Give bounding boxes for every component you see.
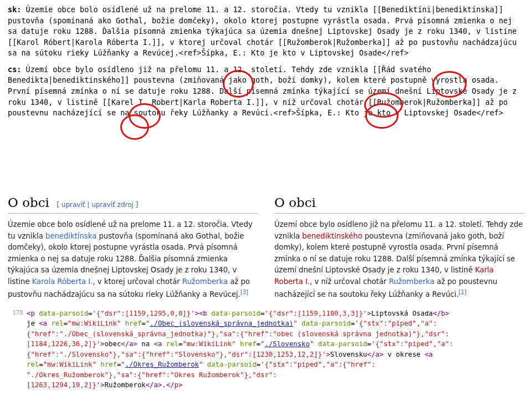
wikilink-ruzomberok[interactable]: Ružomberka (389, 277, 434, 286)
source-line: [1263,1294,19,2]}'>Ružomberok</a>.</p> (27, 380, 524, 390)
source-line: {"href":"./Obec_(slovenská_správna_jedno… (27, 329, 524, 339)
rendered-text: , v ktorej určoval chotár (93, 277, 182, 286)
rendered-right-col: O obci Území obce bylo osídleno již na p… (274, 194, 524, 301)
rendered-preview: O obci [ upraviť | upraviť zdroj ] Územi… (8, 194, 524, 301)
wikitext-sk: sk: Územie obce bolo osídlené už na prel… (8, 4, 524, 59)
source-line: rel="mw:WikiLink" href="./Okres_Ružomber… (27, 360, 524, 369)
lang-prefix-cs: cs: (8, 65, 21, 74)
section-heading-right: O obci (274, 194, 524, 214)
source-line: <p data-parsoid='{"dsr":[1159,1295,0,0]}… (27, 308, 524, 318)
source-line: [1184,1226,36,2]}'>obec</a> na <a rel="m… (27, 339, 524, 349)
rendered-right-body: Území obce bylo osídleno již na přelomu … (274, 219, 524, 301)
rendered-left-body: Územie obce bolo osídlené už na prelome … (8, 219, 258, 301)
wikilink-ruzomberok[interactable]: Ružomberka (182, 277, 228, 286)
source-line: "./Okres_Ružomberok"},"sa":{"href":"Okre… (27, 370, 524, 380)
source-line: {"href":"./Slovensko"},"sa":{"href":"Slo… (27, 350, 524, 360)
edit-section-links: [ upraviť | upraviť zdroj ] (57, 201, 138, 209)
wikilink-benediktinskeho-red[interactable]: benediktinského (302, 232, 362, 240)
heading-text: O obci (274, 195, 316, 210)
parsoid-source: 178 <p data-parsoid='{"dsr":[1159,1295,0… (8, 308, 524, 391)
wikitext-cs: cs: Území obce bylo osídleno již na přel… (8, 64, 524, 184)
edit-visual-link[interactable]: upraviť (62, 201, 85, 209)
wikitext-cs-body: Území obce bylo osídleno již na přelomu … (8, 65, 521, 117)
rendered-text: , v níž určoval chotár (310, 277, 389, 286)
line-number: 178 (8, 308, 23, 318)
section-heading-left: O obci [ upraviť | upraviť zdroj ] (8, 194, 258, 214)
rendered-left-col: O obci [ upraviť | upraviť zdroj ] Územi… (8, 194, 258, 301)
wikitext-sk-body: Územie obce bolo osídlené už na prelome … (8, 5, 521, 57)
source-line: je <a rel="mw:WikiLink" href="./Obec_(sl… (27, 318, 524, 328)
edit-source-link[interactable]: upraviť zdroj (91, 201, 134, 209)
wikilink-karol-robert[interactable]: Karola Róberta I. (32, 277, 93, 286)
reference-link[interactable]: [3] (241, 289, 248, 295)
reference-link[interactable]: [1] (459, 289, 467, 295)
wikilink-benediktinska[interactable]: benediktínska (45, 232, 96, 240)
lang-prefix-sk: sk: (8, 5, 21, 14)
heading-text: O obci (8, 195, 49, 210)
annotation-circle (120, 114, 149, 140)
